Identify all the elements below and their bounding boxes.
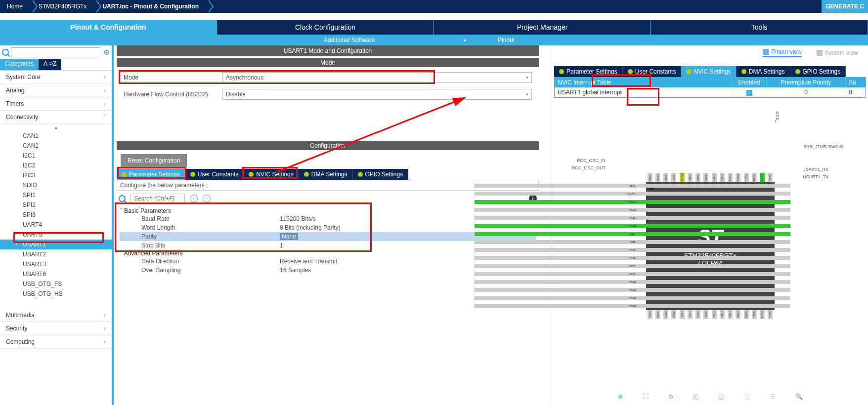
stop-value[interactable]: 1 bbox=[280, 242, 283, 249]
pin-pb9[interactable]: PB9 bbox=[663, 173, 668, 182]
pin-pa14[interactable]: PA14 bbox=[760, 173, 765, 182]
list-icon[interactable]: ☰ bbox=[770, 393, 776, 400]
tab-tools[interactable]: Tools bbox=[651, 20, 868, 35]
scroll-up-icon[interactable]: ▴ bbox=[0, 124, 112, 131]
tab-param-settings[interactable]: Parameter Settings bbox=[117, 169, 185, 180]
periph-i2c2[interactable]: I2C2 bbox=[0, 161, 112, 170]
ntab-gpio[interactable]: GPIO Settings bbox=[790, 66, 846, 77]
toolbar-search-icon[interactable]: 🔍 bbox=[795, 393, 803, 400]
reset-config-button[interactable]: Reset Configuration bbox=[121, 154, 187, 167]
tab-user-constants[interactable]: User Constants bbox=[185, 169, 244, 180]
pinout-dropdown[interactable]: ▾Pinout bbox=[434, 37, 544, 43]
pin-pc6[interactable]: PC6 bbox=[475, 272, 790, 276]
pin-pa3[interactable]: PA3 bbox=[648, 310, 652, 319]
nvic-enabled-checkbox[interactable]: ✓ bbox=[746, 90, 752, 96]
pin-pa10[interactable]: PA10 bbox=[475, 224, 790, 228]
pin-pc9[interactable]: PC9 bbox=[475, 248, 790, 252]
tab-gpio-settings[interactable]: GPIO Settings bbox=[353, 169, 409, 180]
periph-can1[interactable]: CAN1 bbox=[0, 131, 112, 141]
pin-pb4[interactable]: PB4 bbox=[712, 173, 717, 182]
pin-vss[interactable]: VSS bbox=[648, 173, 652, 182]
nvic-sub-value[interactable]: 0 bbox=[846, 87, 866, 97]
pin-vdd[interactable]: VDD bbox=[768, 173, 773, 182]
group-connectivity[interactable]: Connectivity˅ bbox=[0, 111, 112, 124]
periph-spi1[interactable]: SPI1 bbox=[0, 190, 112, 200]
pin-pc10[interactable]: PC10 bbox=[744, 173, 749, 182]
pin-pb15[interactable]: PB15 bbox=[475, 280, 790, 284]
ntab-dma[interactable]: DMA Settings bbox=[737, 66, 790, 77]
pin-pc12[interactable]: PC12 bbox=[728, 173, 733, 182]
additional-software-link[interactable]: Additional Software bbox=[324, 37, 375, 43]
chip[interactable]: ST STM32F405RGTx LQFP64 VBATPC13-PC14-PC… bbox=[646, 182, 775, 310]
pin-vdd[interactable]: VDD bbox=[655, 173, 660, 182]
pin-pa7[interactable]: PA7 bbox=[695, 310, 700, 319]
generate-code-button[interactable]: GENERATE C bbox=[822, 0, 868, 13]
pin-pb7[interactable]: PB7 bbox=[688, 173, 693, 182]
group-timers[interactable]: Timers› bbox=[0, 97, 112, 111]
pin-pa8[interactable]: PA8 bbox=[475, 240, 790, 244]
periph-usart1[interactable]: USART1 bbox=[0, 240, 112, 249]
pin-pb3[interactable]: PB3 bbox=[720, 173, 725, 182]
pin-boot[interactable]: BOOT bbox=[680, 173, 685, 182]
group-system-core[interactable]: System Core› bbox=[0, 71, 112, 84]
pin-pa5[interactable]: PA5 bbox=[680, 310, 685, 319]
periph-usb-hs[interactable]: USB_OTG_HS bbox=[0, 289, 112, 299]
tab-az[interactable]: A->Z bbox=[39, 59, 61, 70]
tab-dma-settings[interactable]: DMA Settings bbox=[299, 169, 353, 180]
pin-pa9[interactable]: PA9 bbox=[475, 232, 790, 236]
pin-pa4[interactable]: PA4 bbox=[671, 310, 676, 319]
ntab-nvic[interactable]: NVIC Settings bbox=[681, 66, 736, 77]
pin-pb8[interactable]: PB8 bbox=[671, 173, 676, 182]
pin-pc11[interactable]: PC11 bbox=[736, 173, 740, 182]
zoom-in-icon[interactable]: ⊕ bbox=[618, 393, 623, 400]
pin-pb10[interactable]: PB10 bbox=[744, 310, 749, 319]
word-value[interactable]: 8 Bits (including Parity) bbox=[280, 224, 341, 231]
pin-pb2[interactable]: PB2 bbox=[736, 310, 740, 319]
prev-icon[interactable]: ‹ bbox=[190, 195, 198, 202]
param-search-icon[interactable] bbox=[119, 195, 126, 202]
periph-usart6[interactable]: USART6 bbox=[0, 269, 112, 279]
periph-usb-fs[interactable]: USB_OTG_FS bbox=[0, 279, 112, 289]
periph-i2c3[interactable]: I2C3 bbox=[0, 170, 112, 180]
pin-pa13[interactable]: PA13 bbox=[475, 200, 790, 204]
crumb-home[interactable]: Home bbox=[0, 0, 32, 13]
periph-spi2[interactable]: SPI2 bbox=[0, 200, 112, 210]
ntab-param[interactable]: Parameter Settings bbox=[554, 66, 623, 77]
rotate-left-icon[interactable]: ◰ bbox=[693, 393, 698, 400]
dir-value[interactable]: Receive and Transmit bbox=[280, 258, 337, 265]
pin-vcap_[interactable]: VCAP_ bbox=[475, 192, 790, 196]
tab-categories[interactable]: Categories bbox=[0, 59, 39, 70]
baud-value[interactable]: 115200 Bits/s bbox=[280, 215, 316, 222]
pin-pb6[interactable]: PB6 bbox=[695, 173, 700, 182]
pin-vdd[interactable]: VDD bbox=[663, 310, 668, 319]
system-view-tab[interactable]: System view bbox=[817, 48, 858, 57]
pin-pb5[interactable]: PB5 bbox=[703, 173, 708, 182]
pin-vss[interactable]: VSS bbox=[655, 310, 660, 319]
search-icon[interactable] bbox=[2, 49, 9, 56]
rotate-right-icon[interactable]: ◱ bbox=[718, 393, 724, 400]
tab-project-manager[interactable]: Project Manager bbox=[434, 20, 651, 35]
periph-usart2[interactable]: USART2 bbox=[0, 249, 112, 259]
tab-nvic-settings[interactable]: NVIC Settings bbox=[244, 169, 299, 180]
hwflow-select[interactable]: Disable bbox=[222, 89, 532, 100]
pin-pb11[interactable]: PB11 bbox=[752, 310, 757, 319]
periph-i2c1[interactable]: I2C1 bbox=[0, 151, 112, 161]
pin-pc5[interactable]: PC5 bbox=[712, 310, 717, 319]
periph-usart3[interactable]: USART3 bbox=[0, 259, 112, 269]
gear-icon[interactable]: ⚙ bbox=[103, 48, 110, 56]
chip-view[interactable]: RCC_OSC_IN RCC_OSC_OUT SYS_JTMS-SWDIO US… bbox=[552, 104, 868, 388]
zoom-out-icon[interactable]: ⊖ bbox=[668, 393, 673, 400]
ntab-user[interactable]: User Constants bbox=[623, 66, 682, 77]
split-icon[interactable]: ▯▯ bbox=[743, 393, 750, 400]
pin-pa15[interactable]: PA15 bbox=[752, 173, 757, 182]
crumb-file[interactable]: UART.ioc - Pinout & Configuration bbox=[95, 0, 208, 13]
crumb-device[interactable]: STM32F405RGTx bbox=[32, 0, 95, 13]
tab-clock-config[interactable]: Clock Configuration bbox=[217, 20, 434, 35]
pin-pc4[interactable]: PC4 bbox=[703, 310, 708, 319]
pin-pa11[interactable]: PA11 bbox=[475, 216, 790, 220]
periph-uart5[interactable]: UART5 bbox=[0, 230, 112, 240]
search-combo[interactable] bbox=[11, 47, 101, 57]
pin-pc7[interactable]: PC7 bbox=[475, 264, 790, 268]
group-multimedia[interactable]: Multimedia› bbox=[0, 309, 112, 322]
nvic-priority-value[interactable]: 0 bbox=[767, 87, 846, 97]
